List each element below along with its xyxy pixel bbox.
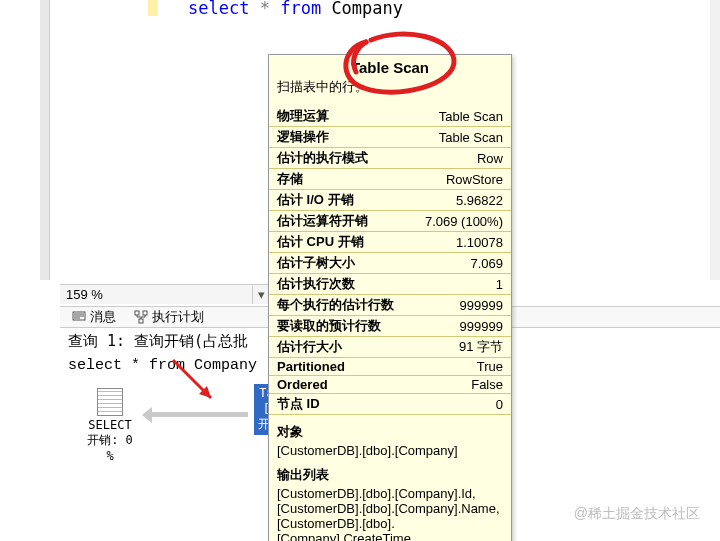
tooltip-row-label: 估计 I/O 开销 — [269, 190, 411, 211]
tooltip-row: 估计子树大小7.069 — [269, 253, 511, 274]
tooltip-row-label: 节点 ID — [269, 394, 411, 415]
sql-identifier: Company — [331, 0, 403, 18]
tooltip-outlist-label: 输出列表 — [277, 466, 503, 484]
tooltip-row-label: 物理运算 — [269, 106, 411, 127]
watermark: @稀土掘金技术社区 — [574, 505, 700, 523]
tooltip-object-label: 对象 — [277, 423, 503, 441]
tooltip-properties-table: 物理运算Table Scan逻辑操作Table Scan估计的执行模式Row存储… — [269, 106, 511, 415]
tooltip-row-value: 91 字节 — [411, 337, 511, 358]
messages-icon — [72, 310, 86, 324]
plan-node-select[interactable]: SELECT 开销: 0 % — [80, 388, 140, 463]
tooltip-row-label: 估计行大小 — [269, 337, 411, 358]
tooltip-row: 估计的执行模式Row — [269, 148, 511, 169]
tooltip-row-value: 0 — [411, 394, 511, 415]
tooltip-row-label: 每个执行的估计行数 — [269, 295, 411, 316]
tooltip-row-value: True — [411, 358, 511, 376]
tooltip-row-value: 999999 — [411, 295, 511, 316]
tooltip-row-label: Ordered — [269, 376, 411, 394]
tooltip-row: OrderedFalse — [269, 376, 511, 394]
tooltip-row-value: Row — [411, 148, 511, 169]
tooltip-row: 估计 I/O 开销5.96822 — [269, 190, 511, 211]
tooltip-row: 存储RowStore — [269, 169, 511, 190]
sql-line[interactable]: select * from Company — [188, 0, 403, 18]
tooltip-row-value: 5.96822 — [411, 190, 511, 211]
tooltip-row: PartitionedTrue — [269, 358, 511, 376]
tooltip-row-value: RowStore — [411, 169, 511, 190]
operator-tooltip: Table Scan 扫描表中的行。 物理运算Table Scan逻辑操作Tab… — [268, 54, 512, 541]
tooltip-row-label: 估计 CPU 开销 — [269, 232, 411, 253]
tooltip-title: Table Scan — [269, 55, 511, 78]
plan-edge-arrow-icon — [142, 407, 152, 423]
sql-editor[interactable]: select * from Company — [60, 0, 720, 16]
svg-rect-1 — [135, 311, 139, 315]
tooltip-row-value: 1 — [411, 274, 511, 295]
tooltip-row-label: 要读取的预计行数 — [269, 316, 411, 337]
tab-exec-plan[interactable]: 执行计划 — [128, 306, 210, 328]
tooltip-row: 物理运算Table Scan — [269, 106, 511, 127]
tooltip-row-label: 估计运算符开销 — [269, 211, 411, 232]
tooltip-row: 节点 ID0 — [269, 394, 511, 415]
tooltip-row: 估计运算符开销7.069 (100%) — [269, 211, 511, 232]
tooltip-subtitle: 扫描表中的行。 — [269, 78, 511, 106]
sql-keyword-select: select — [188, 0, 249, 18]
tooltip-row: 要读取的预计行数999999 — [269, 316, 511, 337]
tooltip-row-value: False — [411, 376, 511, 394]
tooltip-row-label: 估计子树大小 — [269, 253, 411, 274]
tooltip-row-value: Table Scan — [411, 127, 511, 148]
tab-exec-plan-label: 执行计划 — [152, 308, 204, 326]
zoom-control[interactable]: 159 % ▾ — [60, 284, 270, 304]
sql-star: * — [260, 0, 270, 18]
plan-select-label: SELECT — [80, 418, 140, 432]
plan-select-cost: 开销: 0 % — [80, 432, 140, 463]
tooltip-row-label: 估计执行次数 — [269, 274, 411, 295]
tooltip-object-section: 对象 [CustomerDB].[dbo].[Company] — [269, 415, 511, 458]
tooltip-row: 估计执行次数1 — [269, 274, 511, 295]
plan-edge — [148, 412, 248, 417]
tooltip-row: 逻辑操作Table Scan — [269, 127, 511, 148]
tooltip-row-label: 逻辑操作 — [269, 127, 411, 148]
tooltip-row-value: Table Scan — [411, 106, 511, 127]
tooltip-row-label: 估计的执行模式 — [269, 148, 411, 169]
change-marker — [148, 0, 158, 16]
tooltip-row-label: Partitioned — [269, 358, 411, 376]
tooltip-outlist-value: [CustomerDB].[dbo].[Company].Id, [Custom… — [277, 484, 503, 541]
zoom-value: 159 % — [60, 287, 252, 302]
select-icon — [97, 388, 123, 416]
editor-gutter — [40, 0, 50, 280]
tooltip-row-label: 存储 — [269, 169, 411, 190]
tooltip-object-value: [CustomerDB].[dbo].[Company] — [277, 441, 503, 458]
editor-scrollbar[interactable] — [710, 0, 720, 280]
tab-messages[interactable]: 消息 — [66, 306, 122, 328]
tooltip-row: 估计 CPU 开销1.10078 — [269, 232, 511, 253]
tooltip-row-value: 7.069 — [411, 253, 511, 274]
tooltip-row-value: 999999 — [411, 316, 511, 337]
tooltip-row: 估计行大小91 字节 — [269, 337, 511, 358]
tooltip-row-value: 7.069 (100%) — [411, 211, 511, 232]
tooltip-row: 每个执行的估计行数999999 — [269, 295, 511, 316]
tooltip-outlist-section: 输出列表 [CustomerDB].[dbo].[Company].Id, [C… — [269, 458, 511, 541]
svg-rect-2 — [143, 311, 147, 315]
tab-messages-label: 消息 — [90, 308, 116, 326]
svg-rect-3 — [139, 319, 143, 323]
sql-keyword-from: from — [280, 0, 321, 18]
exec-plan-icon — [134, 310, 148, 324]
tooltip-row-value: 1.10078 — [411, 232, 511, 253]
